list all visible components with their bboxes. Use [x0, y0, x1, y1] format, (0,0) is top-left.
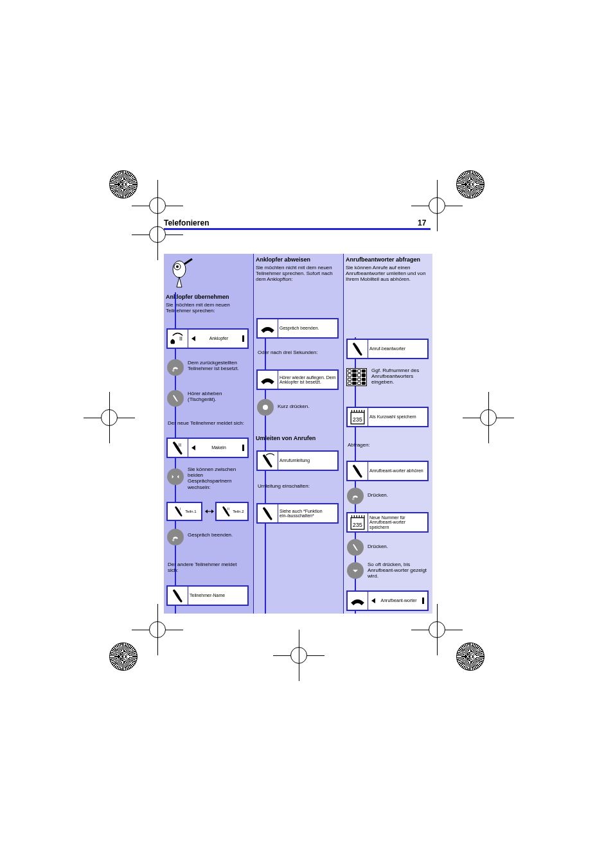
- display-ab: Anruf-beantworter: [346, 339, 429, 359]
- bridge2: Umleitung einschalten:: [256, 483, 339, 490]
- display-new-number: 235 Neue Nummer für Anrufbeant-worter sp…: [346, 512, 429, 533]
- registration-disc: [456, 642, 484, 671]
- display-see-also: Siehe auch *Funktion ein-/ausschalten*: [256, 503, 339, 524]
- crop-mark: [463, 392, 514, 443]
- notepad-235-icon: 235: [348, 408, 368, 426]
- btn3-label: So oft drücken, bis Anrufbeant-worter ge…: [366, 561, 430, 580]
- handset-ii-icon: II: [220, 505, 233, 518]
- col1-intro: Sie möchten mit dem neuen Teilnehmer spr…: [164, 301, 253, 314]
- swap-arrow-icon: [204, 508, 215, 515]
- column-3: Anrufbeantworter abfragen Sie können Anr…: [344, 254, 432, 614]
- notepad-235-icon: 235: [348, 513, 368, 531]
- svg-text:235: 235: [353, 416, 362, 422]
- btn3-label: Sie können zwischen beiden Gesprächspart…: [186, 466, 250, 491]
- pickup-button[interactable]: [167, 390, 184, 407]
- display-anklopfer: II Anklopfer: [166, 328, 249, 349]
- display-kurzwahl: 235 Als Kurzwahl speichern: [346, 407, 429, 427]
- mascot-icon: [166, 258, 195, 294]
- display-teilnehmer: Teilnehmer-Name: [166, 585, 249, 606]
- btn2-label: Drücken.: [366, 543, 430, 550]
- display-forward: Anrufumleitung: [256, 450, 339, 471]
- col2-heading2: Umleiten von Anrufen: [254, 432, 317, 443]
- btn1-label: Drücken.: [366, 492, 430, 499]
- handset-wave-icon: [258, 452, 278, 470]
- svg-point-16: [352, 498, 354, 500]
- btn2-label: Hörer abheben (Tischgerät).: [186, 390, 250, 403]
- end-call-button[interactable]: [167, 359, 184, 376]
- display-abhoeren: Anrufbeant-worter abhören: [346, 461, 429, 481]
- registration-disc: [109, 642, 138, 671]
- page-title: Telefonieren: [164, 218, 209, 227]
- content-columns: Anklopfer übernehmen Sie möchten mit dem…: [164, 254, 432, 614]
- bridge2: Der andere Teilnehmer meldet sich:: [166, 561, 249, 574]
- crop-mark: [132, 209, 183, 260]
- col2-intro: Sie möchten nicht mit dem neuen Teilnehm…: [254, 264, 343, 283]
- bridge1: Der neue Teilnehmer meldet sich:: [166, 420, 249, 427]
- btn4-label: Gespräch beenden.: [186, 531, 250, 538]
- crop-mark: [84, 392, 135, 443]
- press-button-1[interactable]: [347, 488, 364, 504]
- page-number: 17: [418, 218, 426, 227]
- bridge1: Abfragen:: [346, 441, 429, 448]
- down-button[interactable]: [347, 562, 364, 579]
- column-1: Anklopfer übernehmen Sie möchten mit dem…: [164, 254, 254, 614]
- end-call-button-2[interactable]: [167, 529, 184, 545]
- press-button-2[interactable]: [347, 539, 364, 556]
- handset-ii-icon: II: [168, 439, 188, 457]
- col3-intro: Sie können Anrufe auf einen Anrufbeantwo…: [344, 264, 432, 283]
- hangup-icon: [258, 319, 278, 337]
- svg-line-3: [184, 259, 192, 264]
- svg-text:II: II: [227, 507, 229, 511]
- registration-disc: [109, 170, 138, 199]
- party1-box: I Teiln.1: [166, 502, 202, 521]
- hangup-icon: [258, 371, 278, 389]
- registration-disc: [456, 170, 484, 199]
- party2-box: II Teiln.2: [215, 502, 249, 521]
- svg-text:II: II: [179, 441, 181, 447]
- keypad-icon[interactable]: [346, 368, 367, 386]
- keypad-label: Ggf. Rufnummer des Anrufbeantworters ein…: [369, 367, 430, 386]
- handset-icon: [348, 462, 368, 480]
- svg-point-13: [263, 405, 268, 410]
- col2-heading: Anklopfer abweisen: [254, 254, 343, 264]
- handset-i-icon: I: [172, 505, 185, 518]
- btn1-label: Dem zurückgestellten Teilnehmer ist bese…: [186, 359, 250, 372]
- hangup-icon: [348, 592, 368, 610]
- column-2: Anklopfer abweisen Sie möchten nicht mit…: [254, 254, 344, 614]
- svg-text:I: I: [180, 507, 181, 511]
- bridge1: Oder nach drei Sekunden:: [256, 349, 339, 356]
- display-ab-final: Anrufbeant-worter: [346, 590, 429, 611]
- header-rule: [164, 228, 431, 230]
- handset-icon: [258, 504, 278, 522]
- col3-heading: Anrufbeantworter abfragen: [344, 254, 432, 264]
- handset-icon: [168, 587, 188, 605]
- display-end: Gespräch beenden.: [256, 318, 339, 339]
- handset-wave-icon: II: [168, 330, 188, 348]
- handset-icon: [348, 340, 368, 358]
- btn1-label: Kurz drücken.: [276, 403, 340, 410]
- toggle-button[interactable]: [167, 468, 184, 485]
- display-makeln: II Makeln: [166, 438, 249, 458]
- svg-point-2: [176, 265, 179, 268]
- short-press-button[interactable]: [257, 399, 274, 416]
- svg-text:235: 235: [353, 521, 362, 527]
- display-hangup: Hörer wieder auflegen. Dem Anklopfer ist…: [256, 369, 339, 390]
- svg-text:II: II: [179, 335, 182, 342]
- crop-mark: [273, 630, 324, 681]
